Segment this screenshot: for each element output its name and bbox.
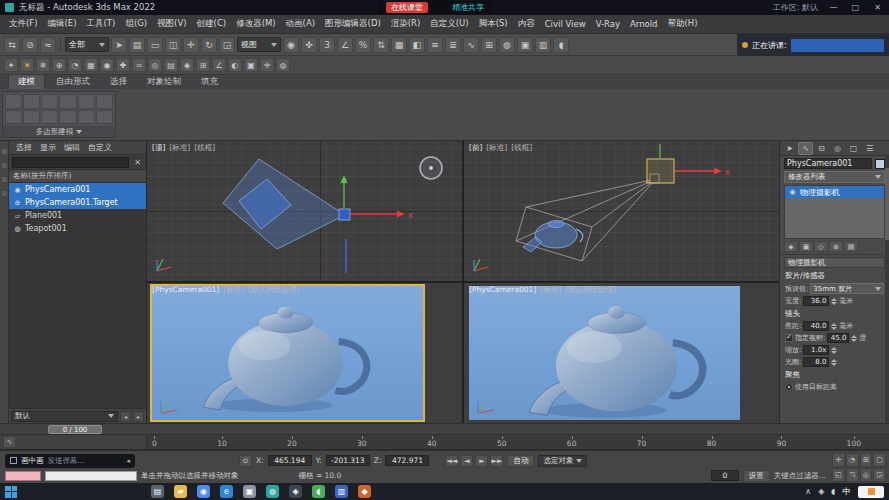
custom-toolbar-icon[interactable]: ▦ xyxy=(84,58,98,72)
menu-item[interactable]: 组(G) xyxy=(120,18,152,30)
create-tab-icon[interactable]: ➤ xyxy=(782,142,797,155)
scene-explorer-menu-item[interactable]: 编辑 xyxy=(60,142,84,153)
selection-lock-icon[interactable]: ⊙ xyxy=(239,455,252,467)
ribbon-button[interactable] xyxy=(5,94,22,109)
custom-toolbar-icon[interactable]: ☀ xyxy=(20,58,34,72)
workspace-label[interactable]: 工作区: 默认 xyxy=(773,2,818,13)
viewport-physcamera-right[interactable]: [PhysCamera001] [标准] [默认明暗处理] xyxy=(464,283,779,423)
scene-explorer-menu-item[interactable]: 选择 xyxy=(12,142,36,153)
custom-toolbar-icon[interactable]: ❄ xyxy=(36,58,50,72)
custom-toolbar-icon[interactable]: ◉ xyxy=(100,58,114,72)
notification-widget[interactable] xyxy=(858,486,884,498)
maximize-viewport-icon[interactable]: ◲ xyxy=(873,468,886,482)
custom-toolbar-icon[interactable]: ◎ xyxy=(148,58,162,72)
ribbon-tab[interactable]: 建模 xyxy=(8,74,45,89)
curve-editor-icon[interactable]: ∿ xyxy=(463,37,479,53)
ribbon-button[interactable] xyxy=(96,110,113,125)
collapse-icon[interactable]: ◂ xyxy=(126,457,130,465)
scroll-left-icon[interactable]: ◂ xyxy=(120,411,131,422)
spinner-control[interactable] xyxy=(831,323,837,330)
start-button-icon[interactable] xyxy=(5,486,17,498)
menu-item[interactable]: 渲染(R) xyxy=(386,18,426,30)
custom-toolbar-icon[interactable]: ▤ xyxy=(164,58,178,72)
ribbon-tab[interactable]: 填充 xyxy=(192,75,227,89)
mini-curve-editor-icon[interactable]: ∿ xyxy=(3,436,16,448)
taskbar-app-icon[interactable]: ◉ xyxy=(197,485,210,498)
docked-toolbar-icon[interactable] xyxy=(2,177,7,182)
viewport-style-label[interactable]: [标准] xyxy=(486,143,507,153)
polygon-modeling-label[interactable]: 多边形建模 xyxy=(3,126,115,137)
render-setup-icon[interactable]: ▣ xyxy=(517,37,533,53)
maxscript-mini-listener[interactable] xyxy=(45,471,137,481)
ribbon-button[interactable] xyxy=(78,94,95,109)
docked-toolbar-icon[interactable] xyxy=(2,191,7,196)
ribbon-tab[interactable]: 对象绘制 xyxy=(138,75,190,89)
scene-item-teapot001[interactable]: ◍ Teapot001 xyxy=(9,222,146,235)
select-by-name-icon[interactable]: ▤ xyxy=(129,37,145,53)
window-crossing-icon[interactable]: ◫ xyxy=(165,37,181,53)
pan-view-icon[interactable]: ✛ xyxy=(832,453,845,467)
snap-toggle-3d-icon[interactable]: 3 xyxy=(319,37,335,53)
zoom-field[interactable]: 1.0x xyxy=(803,345,829,355)
taskbar-app-icon[interactable]: ▰ xyxy=(174,485,187,498)
modifier-list-dropdown[interactable]: 修改器列表 xyxy=(784,171,885,183)
menu-item[interactable]: 修改器(M) xyxy=(231,18,280,30)
set-key-button[interactable]: 设置 xyxy=(743,470,770,482)
focal-length-field[interactable]: 40.0 xyxy=(803,321,829,331)
viewport-shading-label[interactable]: [线框] xyxy=(511,143,532,153)
display-tab-icon[interactable]: ▢ xyxy=(846,142,861,155)
utilities-tab-icon[interactable]: ☰ xyxy=(862,142,877,155)
key-selection-dropdown[interactable]: 选定对象 xyxy=(538,455,587,467)
menu-item[interactable]: 工具(T) xyxy=(82,18,121,30)
viewport-front[interactable]: [前] [标准] [线框] xyxy=(464,141,779,281)
spinner-control[interactable] xyxy=(831,347,837,354)
taskbar-app-icon[interactable]: e xyxy=(220,485,233,498)
material-editor-icon[interactable]: ◍ xyxy=(499,37,515,53)
menu-item[interactable]: 图形编辑器(D) xyxy=(320,18,386,30)
select-object-icon[interactable]: ➤ xyxy=(111,37,127,53)
viewport-pov-label[interactable]: [PhysCamera001] xyxy=(152,285,219,295)
rendered-frame-icon[interactable]: ▥ xyxy=(535,37,551,53)
viewport-physcamera-left[interactable]: [PhysCamera001] [标准] [默认明暗处理] xyxy=(147,283,462,423)
fov-field[interactable]: 45.0 xyxy=(827,333,849,343)
zoom-region-icon[interactable]: ◱ xyxy=(832,468,845,482)
hierarchy-tab-icon[interactable]: ⊟ xyxy=(814,142,829,155)
menu-item[interactable]: 自定义(U) xyxy=(425,18,473,30)
viewport-label[interactable]: [顶] [标准] [线框] xyxy=(152,143,215,153)
named-selection-sets-icon[interactable]: ▦ xyxy=(391,37,407,53)
volume-icon[interactable]: ◖ xyxy=(831,487,835,496)
custom-toolbar-icon[interactable]: ◔ xyxy=(68,58,82,72)
viewport-pov-label[interactable]: [PhysCamera001] xyxy=(469,285,536,295)
ribbon-button[interactable] xyxy=(59,110,76,125)
taskbar-app-icon[interactable]: ◍ xyxy=(266,485,279,498)
use-target-distance-radio[interactable] xyxy=(785,383,793,391)
tray-expand-icon[interactable]: ∧ xyxy=(805,487,811,496)
configure-modifier-sets-icon[interactable]: ▤ xyxy=(844,241,858,252)
menu-item[interactable]: Arnold xyxy=(625,19,663,29)
docked-toolbar-icon[interactable] xyxy=(2,163,7,168)
layer-explorer-icon[interactable]: ≣ xyxy=(445,37,461,53)
ribbon-button[interactable] xyxy=(23,110,40,125)
custom-toolbar-icon[interactable]: ◍ xyxy=(276,58,290,72)
coord-y-field[interactable]: -201.313 xyxy=(326,455,370,466)
pin-stack-icon[interactable]: ◈ xyxy=(784,241,798,252)
custom-toolbar-icon[interactable]: ⊕ xyxy=(52,58,66,72)
viewport-style-label[interactable]: [标准] xyxy=(169,143,190,153)
ribbon-button[interactable] xyxy=(41,110,58,125)
close-button[interactable]: ✕ xyxy=(871,3,884,12)
ribbon-tab[interactable]: 自由形式 xyxy=(47,75,99,89)
coord-x-field[interactable]: 465.194 xyxy=(268,455,312,466)
spinner-control[interactable] xyxy=(851,335,857,342)
select-and-scale-icon[interactable]: ◲ xyxy=(219,37,235,53)
ribbon-button[interactable] xyxy=(41,94,58,109)
zoom-extents-icon[interactable]: ▢ xyxy=(873,453,886,467)
custom-toolbar-icon[interactable]: ✛ xyxy=(260,58,274,72)
ribbon-button[interactable] xyxy=(78,110,95,125)
viewport-shading-label[interactable]: [默认明暗处理] xyxy=(565,285,616,295)
render-icon[interactable]: ◖ xyxy=(553,37,569,53)
viewport-pov-label[interactable]: [前] xyxy=(469,143,482,153)
spinner-snap-icon[interactable]: ⇅ xyxy=(373,37,389,53)
pip-label[interactable]: 画中画 xyxy=(21,456,44,466)
ribbon-tab[interactable]: 选择 xyxy=(101,75,136,89)
minimize-button[interactable]: — xyxy=(827,3,840,12)
